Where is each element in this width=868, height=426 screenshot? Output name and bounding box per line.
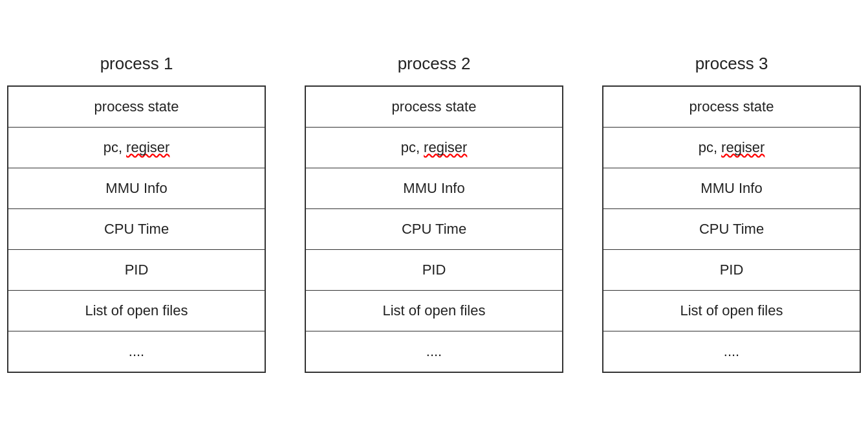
regiser-text: regiser bbox=[721, 139, 765, 155]
diagram-container: process 1process statepc, regiserMMU Inf… bbox=[0, 41, 868, 386]
table-row: .... bbox=[8, 331, 265, 372]
table-row: .... bbox=[603, 331, 860, 372]
table-row: CPU Time bbox=[603, 208, 860, 249]
regiser-text: regiser bbox=[424, 139, 467, 155]
table-row: List of open files bbox=[8, 290, 265, 331]
cell-2-6: .... bbox=[305, 331, 563, 372]
table-row: List of open files bbox=[603, 290, 860, 331]
regiser-text: regiser bbox=[126, 139, 169, 155]
table-row: process state bbox=[603, 86, 860, 128]
pc-text: pc, bbox=[699, 139, 721, 155]
cell-1-4: PID bbox=[8, 249, 265, 290]
table-row: PID bbox=[305, 249, 563, 290]
cell-2-5: List of open files bbox=[305, 290, 563, 331]
pc-text: pc, bbox=[103, 139, 126, 155]
process-title-2: process 2 bbox=[398, 54, 471, 74]
table-row: pc, regiser bbox=[305, 127, 563, 168]
table-row: MMU Info bbox=[305, 168, 563, 208]
process-table-1: process statepc, regiserMMU InfoCPU Time… bbox=[7, 85, 266, 373]
cell-1-6: .... bbox=[8, 331, 265, 372]
cell-1-3: CPU Time bbox=[8, 208, 265, 249]
process-block-3: process 3process statepc, regiserMMU Inf… bbox=[602, 54, 861, 373]
table-row: CPU Time bbox=[8, 208, 265, 249]
process-block-2: process 2process statepc, regiserMMU Inf… bbox=[305, 54, 563, 373]
cell-2-2: MMU Info bbox=[305, 168, 563, 208]
cell-1-2: MMU Info bbox=[8, 168, 265, 208]
cell-1-5: List of open files bbox=[8, 290, 265, 331]
table-row: CPU Time bbox=[305, 208, 563, 249]
cell-2-3: CPU Time bbox=[305, 208, 563, 249]
process-block-1: process 1process statepc, regiserMMU Inf… bbox=[7, 54, 266, 373]
cell-3-5: List of open files bbox=[603, 290, 860, 331]
cell-3-4: PID bbox=[603, 249, 860, 290]
table-row: PID bbox=[8, 249, 265, 290]
cell-1-0: process state bbox=[8, 86, 265, 128]
table-row: PID bbox=[603, 249, 860, 290]
table-row: MMU Info bbox=[603, 168, 860, 208]
pc-text: pc, bbox=[401, 139, 424, 155]
cell-1-1: pc, regiser bbox=[8, 127, 265, 168]
table-row: process state bbox=[305, 86, 563, 128]
table-row: pc, regiser bbox=[8, 127, 265, 168]
table-row: process state bbox=[8, 86, 265, 128]
table-row: pc, regiser bbox=[603, 127, 860, 168]
cell-2-4: PID bbox=[305, 249, 563, 290]
table-row: MMU Info bbox=[8, 168, 265, 208]
table-row: .... bbox=[305, 331, 563, 372]
cell-2-0: process state bbox=[305, 86, 563, 128]
cell-3-6: .... bbox=[603, 331, 860, 372]
table-row: List of open files bbox=[305, 290, 563, 331]
cell-3-2: MMU Info bbox=[603, 168, 860, 208]
cell-3-0: process state bbox=[603, 86, 860, 128]
cell-2-1: pc, regiser bbox=[305, 127, 563, 168]
process-title-3: process 3 bbox=[695, 54, 768, 74]
process-table-2: process statepc, regiserMMU InfoCPU Time… bbox=[305, 85, 563, 373]
cell-3-1: pc, regiser bbox=[603, 127, 860, 168]
process-table-3: process statepc, regiserMMU InfoCPU Time… bbox=[602, 85, 861, 373]
cell-3-3: CPU Time bbox=[603, 208, 860, 249]
process-title-1: process 1 bbox=[100, 54, 173, 74]
